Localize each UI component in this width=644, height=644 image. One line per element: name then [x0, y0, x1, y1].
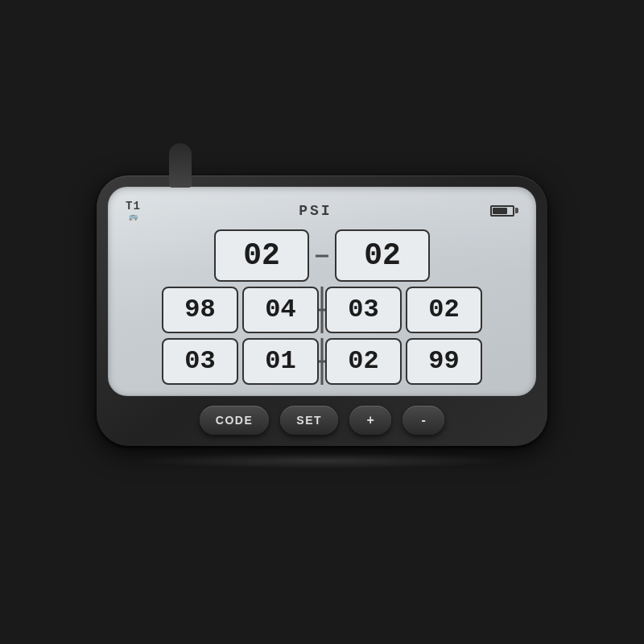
- tire-bot-3-val: 0: [348, 349, 363, 374]
- vehicle-icon: 🚌: [129, 213, 138, 221]
- tire-bot-1: 0 3: [162, 338, 238, 385]
- lcd-screen: T1 🚌 PSI 0 2: [108, 187, 536, 396]
- vehicle-id: T1: [126, 200, 141, 213]
- set-button[interactable]: SET: [280, 406, 338, 435]
- tire-top-left-value: 0: [243, 241, 262, 271]
- middle-right-cells: 0 3 0 2: [325, 287, 482, 333]
- bottom-divider: [319, 338, 325, 385]
- tire-bot-4: 9 9: [406, 338, 482, 385]
- tire-grid: 0 2 0 2 9 8: [122, 229, 522, 385]
- tire-mid-2-val2: 4: [281, 297, 296, 323]
- tire-mid-3: 0 3: [325, 287, 402, 333]
- tire-bot-4-val2: 9: [444, 349, 460, 374]
- battery-indicator: [490, 205, 518, 217]
- tire-bot-4-val: 9: [428, 349, 444, 374]
- bottom-right-cells: 0 2 9 9: [325, 338, 482, 385]
- battery-tip: [515, 208, 518, 213]
- plus-button[interactable]: +: [349, 406, 391, 435]
- tire-top-right-value: 0: [364, 241, 382, 271]
- tpms-device: T1 🚌 PSI 0 2: [97, 175, 547, 469]
- antenna: [169, 143, 192, 188]
- middle-divider: [319, 287, 325, 333]
- tire-mid-1-val: 9: [184, 297, 200, 323]
- screen-header: T1 🚌 PSI: [122, 200, 522, 221]
- tire-bot-2-val2: 1: [281, 349, 296, 374]
- code-button[interactable]: CODE: [200, 406, 269, 435]
- tire-bot-3-val2: 2: [364, 349, 379, 374]
- tire-row-bottom: 0 3 0 1 0 2: [122, 338, 522, 385]
- device-body: T1 🚌 PSI 0 2: [97, 175, 547, 446]
- tire-mid-3-val: 0: [348, 297, 363, 323]
- buttons-row: CODE SET + -: [108, 406, 536, 435]
- tire-mid-3-val2: 3: [364, 297, 379, 323]
- h-connector-mid: [319, 309, 325, 312]
- tire-bot-1-val2: 3: [200, 349, 216, 374]
- tire-mid-4-val: 0: [428, 297, 444, 323]
- tire-mid-1: 9 8: [162, 287, 238, 333]
- battery-fill: [493, 208, 507, 214]
- vehicle-label: T1 🚌: [126, 200, 141, 221]
- minus-button[interactable]: -: [402, 406, 444, 435]
- tire-mid-2-val: 0: [265, 297, 280, 323]
- tire-top-left-value2: 2: [262, 241, 280, 271]
- tire-top-left: 0 2: [214, 229, 309, 282]
- tire-mid-4: 0 2: [406, 287, 482, 333]
- connector-top-h: [316, 229, 328, 282]
- unit-label: PSI: [299, 203, 332, 219]
- middle-left-cells: 9 8 0 4: [162, 287, 319, 333]
- tire-bot-2-val: 0: [265, 349, 280, 374]
- tire-bot-2: 0 1: [242, 338, 319, 385]
- battery-body: [490, 205, 514, 217]
- tire-mid-1-val2: 8: [200, 297, 216, 323]
- tire-mid-4-val2: 2: [444, 297, 460, 323]
- tire-bot-1-val: 0: [184, 349, 200, 374]
- bottom-left-cells: 0 3 0 1: [162, 338, 319, 385]
- tire-top-right-value2: 2: [382, 241, 401, 271]
- tire-top-right: 0 2: [335, 229, 430, 282]
- tire-row-top: 0 2 0 2: [122, 229, 522, 282]
- h-connector-bot: [319, 361, 325, 363]
- tire-row-middle: 9 8 0 4 0 3: [122, 287, 522, 333]
- tire-mid-2: 0 4: [242, 287, 319, 333]
- ground-shadow: [129, 452, 515, 469]
- tire-bot-3: 0 2: [325, 338, 402, 385]
